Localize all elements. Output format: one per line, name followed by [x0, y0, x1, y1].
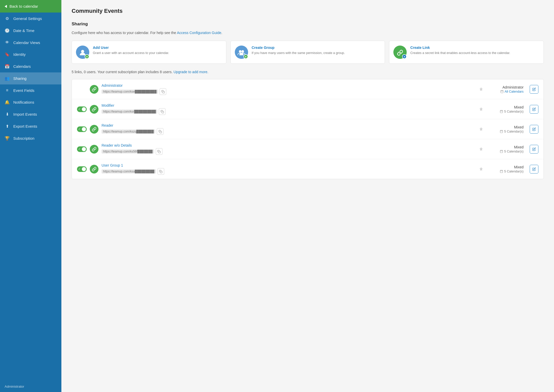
sidebar-item-subscription[interactable]: 🏆 Subscription: [0, 132, 61, 144]
link-toggle-wrap: ✓: [77, 166, 87, 172]
link-name: Reader w/o Details: [102, 143, 474, 147]
sharing-description: Configure here who has access to your ca…: [72, 30, 544, 36]
svg-rect-8: [162, 111, 164, 113]
create-group-text: Create Group If you have many users with…: [252, 46, 345, 56]
summary-text: 5 links, 0 users. Your current subscript…: [72, 70, 173, 74]
sidebar-item-export-events[interactable]: ⬆ Export Events: [0, 120, 61, 132]
create-group-description: If you have many users with the same per…: [252, 51, 345, 56]
link-icon-wrap: [90, 145, 98, 154]
edit-link-button[interactable]: [530, 165, 538, 173]
link-access: Mixed 5 Calendar(s): [488, 125, 524, 133]
svg-rect-24: [500, 170, 503, 173]
toggle-knob: [82, 167, 86, 171]
create-group-plus-icon: +: [243, 54, 248, 59]
sidebar-item-label: Event Fields: [13, 88, 35, 93]
link-url: https://teamup.com/ks56f███████: [102, 148, 474, 155]
link-toggle[interactable]: ✓: [77, 106, 87, 112]
sidebar-item-notifications[interactable]: 🔔 Notifications: [0, 96, 61, 108]
export-events-icon: ⬆: [5, 124, 10, 129]
link-toggle[interactable]: ✓: [77, 166, 87, 172]
pin-icon[interactable]: [478, 106, 485, 112]
link-access: Mixed 5 Calendar(s): [488, 145, 524, 153]
access-role: Mixed: [488, 145, 524, 149]
copy-url-button[interactable]: [160, 88, 166, 95]
link-url-text: https://teamup.com/ks56f███████: [102, 149, 154, 154]
toggle-check: ✓: [78, 147, 81, 151]
sidebar-item-import-events[interactable]: ⬇ Import Events: [0, 108, 61, 120]
link-info: Reader https://teamup.com/kszq████████: [102, 123, 474, 135]
sidebar-item-label: General Settings: [13, 16, 42, 21]
description-suffix: .: [221, 31, 222, 35]
access-role: Administrator: [488, 85, 524, 89]
add-user-card[interactable]: + Add User Grant a user with an account …: [72, 41, 226, 64]
add-user-icon-wrap: +: [76, 46, 89, 59]
create-link-description: Creates a secret link that enables accou…: [410, 51, 510, 56]
create-link-text: Create Link Creates a secret link that e…: [410, 46, 510, 56]
all-calendars-link[interactable]: All Calendars: [505, 90, 524, 93]
pin-icon[interactable]: [478, 146, 485, 152]
sidebar-item-calendars[interactable]: 📅 Calendars: [0, 60, 61, 72]
back-to-calendar-button[interactable]: Back to calendar: [0, 0, 61, 13]
copy-url-button[interactable]: [158, 168, 164, 175]
sidebar-item-sharing[interactable]: 👥 Sharing: [0, 72, 61, 84]
svg-rect-9: [500, 110, 503, 113]
action-cards: + Add User Grant a user with an account …: [72, 41, 544, 64]
event-fields-icon: ≡: [5, 88, 10, 93]
edit-link-button[interactable]: [530, 125, 538, 134]
link-access: Administrator All Calendars: [488, 85, 524, 93]
sidebar-item-event-fields[interactable]: ≡ Event Fields: [0, 84, 61, 96]
sidebar-item-date-time[interactable]: 🕐 Date & Time: [0, 25, 61, 37]
sidebar-item-label: Export Events: [13, 124, 37, 128]
svg-rect-18: [159, 151, 160, 153]
edit-link-button[interactable]: [530, 85, 538, 94]
edit-link-button[interactable]: [530, 105, 538, 114]
sidebar-item-label: Import Events: [13, 112, 37, 116]
sidebar-item-calendar-views[interactable]: 👁 Calendar Views: [0, 37, 61, 48]
sidebar-item-identity[interactable]: 🔖 Identity: [0, 48, 61, 60]
svg-rect-19: [500, 150, 503, 153]
sidebar: Back to calendar ⚙ General Settings 🕐 Da…: [0, 0, 61, 392]
create-group-card[interactable]: + Create Group If you have many users wi…: [230, 41, 385, 64]
access-role: Mixed: [488, 105, 524, 109]
svg-rect-3: [162, 91, 164, 93]
sidebar-item-label: Notifications: [13, 100, 34, 104]
create-link-card[interactable]: + Create Link Creates a secret link that…: [389, 41, 544, 64]
sidebar-item-general-settings[interactable]: ⚙ General Settings: [0, 13, 61, 25]
link-toggle[interactable]: ✓: [77, 126, 87, 132]
svg-point-1: [239, 50, 241, 53]
access-role: Mixed: [488, 165, 524, 169]
link-url: https://teamup.com/ksa█████████: [102, 168, 474, 175]
toggle-knob: [82, 147, 86, 151]
section-title: Sharing: [72, 21, 544, 27]
copy-url-button[interactable]: [156, 148, 162, 155]
sidebar-item-label: Subscription: [13, 136, 35, 140]
svg-rect-23: [160, 171, 162, 173]
calendars-label: 5 Calendar(s): [504, 170, 524, 173]
pin-icon[interactable]: [478, 126, 485, 132]
link-toggle[interactable]: ✓: [77, 146, 87, 152]
svg-point-2: [241, 50, 244, 53]
create-link-title: Create Link: [410, 46, 510, 50]
link-url-text: https://teamup.com/ksa█████████: [102, 169, 156, 173]
link-chain-icon: [92, 167, 96, 171]
pin-icon[interactable]: [478, 86, 485, 92]
add-user-title: Add User: [93, 46, 169, 50]
copy-url-button[interactable]: [157, 128, 163, 135]
link-access: Mixed 5 Calendar(s): [488, 165, 524, 173]
copy-url-button[interactable]: [159, 108, 165, 115]
calendars-label: 5 Calendar(s): [504, 130, 524, 133]
edit-link-button[interactable]: [530, 145, 538, 154]
access-config-guide-link[interactable]: Access Configuration Guide: [177, 31, 221, 35]
main-content: Community Events Sharing Configure here …: [61, 0, 554, 392]
pin-icon[interactable]: [478, 166, 485, 172]
link-row-link-modifier: ✓ Modifier https://teamup.com/ksr███████…: [72, 99, 544, 119]
sidebar-item-label: Identity: [13, 52, 26, 57]
sidebar-item-label: Date & Time: [13, 28, 35, 33]
link-icon-wrap: [90, 125, 98, 134]
upgrade-link[interactable]: Upgrade to add more.: [173, 70, 208, 74]
identity-icon: 🔖: [5, 52, 10, 57]
sidebar-item-label: Calendar Views: [13, 40, 40, 45]
access-calendars: 5 Calendar(s): [488, 110, 524, 113]
footer-username: Administrator: [5, 385, 24, 388]
general-settings-icon: ⚙: [5, 16, 10, 21]
